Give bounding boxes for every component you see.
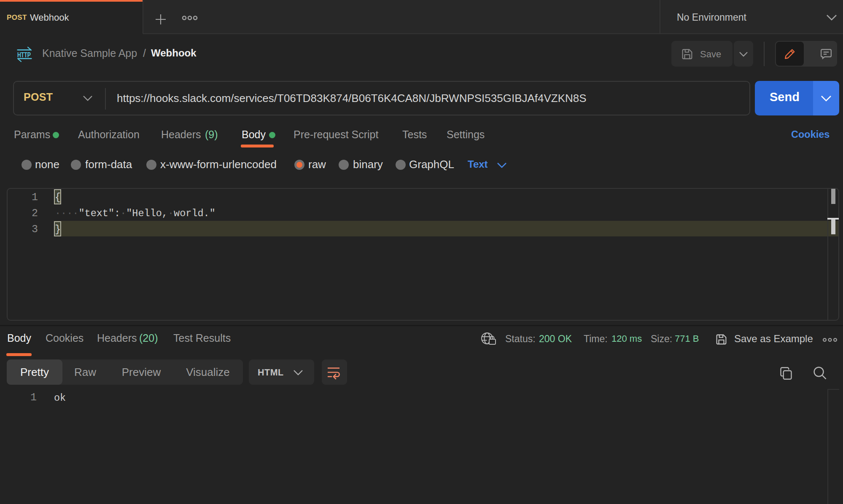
svg-text:HTTP: HTTP: [17, 51, 31, 59]
